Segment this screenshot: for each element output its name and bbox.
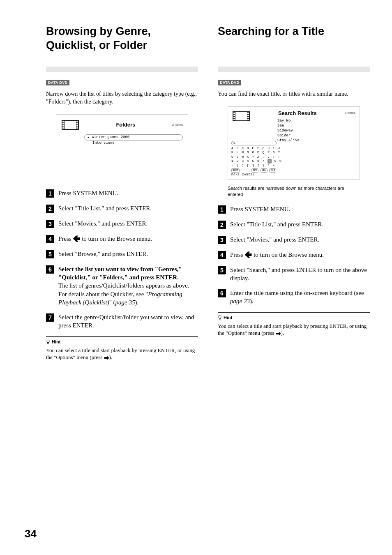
- step-1: 1 Press SYSTEM MENU.: [218, 205, 370, 214]
- step-text: Press 🡸 to turn on the Browse menu.: [230, 251, 370, 259]
- step-5: 5 Select "Search," and press ENTER to tu…: [218, 266, 370, 283]
- folders-count: 2 Items: [172, 123, 183, 127]
- step-number: 5: [218, 266, 226, 274]
- step-3: 3 Select "Movies," and press ENTER.: [46, 219, 198, 228]
- svg-rect-7: [76, 121, 78, 122]
- svg-rect-12: [48, 342, 49, 343]
- step-number: 4: [46, 235, 54, 243]
- kb-shift: SHFT: [231, 168, 240, 173]
- svg-line-30: [218, 315, 219, 316]
- kb-space: SPC: [251, 168, 258, 173]
- hint-separator: [218, 312, 370, 313]
- folder-row-selected: ◂ winter games 2006: [84, 134, 183, 140]
- step-text: Select "Title List," and press ENTER.: [58, 204, 198, 213]
- step-number: 5: [46, 250, 54, 258]
- step-2: 2 Select "Title List," and press ENTER.: [46, 204, 198, 213]
- step-number: 3: [46, 220, 54, 228]
- step-text: Enter the title name using the on-screen…: [230, 289, 370, 306]
- svg-rect-3: [62, 121, 64, 122]
- step-text: Select "Title List," and press ENTER.: [230, 220, 370, 229]
- step-text: Press 🡸 to turn on the Browse menu.: [58, 235, 198, 243]
- step-number: 4: [218, 251, 226, 259]
- step-2: 2 Select "Title List," and press ENTER.: [218, 220, 370, 229]
- folder-row: Interviews: [84, 140, 183, 145]
- section-title-left: Browsing by Genre, Quicklist, or Folder: [46, 25, 198, 62]
- film-icon: [61, 119, 79, 131]
- svg-line-14: [46, 340, 47, 340]
- search-results-count: 5 Items: [345, 110, 355, 115]
- step-5: 5 Select "Browse," and press ENTER.: [46, 250, 198, 258]
- svg-rect-10: [76, 127, 78, 129]
- data-dvd-badge: DATA DVD: [46, 80, 69, 85]
- svg-rect-24: [247, 115, 249, 116]
- step-text: Select "Browse," and press ENTER.: [58, 250, 198, 258]
- search-screenshot: Search Results 5 Items Say No Sea Sidewa…: [228, 106, 360, 180]
- bulb-icon: [46, 339, 50, 344]
- search-results-title: Search Results: [254, 110, 341, 116]
- svg-rect-28: [219, 318, 221, 319]
- svg-rect-21: [233, 117, 235, 118]
- step-text: Press SYSTEM MENU.: [58, 189, 198, 198]
- step-3: 3 Select "Movies," and press ENTER.: [218, 235, 370, 244]
- right-column: Searching for a Title DATA DVD You can f…: [218, 25, 370, 361]
- svg-rect-20: [233, 115, 235, 116]
- speaker-icon: ◂: [87, 135, 89, 140]
- bulb-icon: [218, 315, 222, 320]
- intro-text: Narrow down the list of titles by select…: [46, 90, 198, 106]
- hint-text: You can select a title and start playbac…: [218, 322, 370, 337]
- kb-clr: CLR: [269, 168, 276, 173]
- left-column: Browsing by Genre, Quicklist, or Folder …: [46, 25, 198, 361]
- step-7: 7 Select the genre/Quicklist/folder you …: [46, 313, 198, 330]
- folders-screenshot: Folders 2 Items ◂ winter games 2006 Inte…: [56, 114, 188, 183]
- highlighted-key: 8: [267, 159, 272, 163]
- folder-row-label: Interviews: [92, 141, 115, 145]
- step-number: 2: [46, 205, 54, 213]
- film-icon: [232, 110, 250, 122]
- data-dvd-badge: DATA DVD: [218, 80, 241, 85]
- hint-text: You can select a title and start playbac…: [46, 347, 198, 361]
- svg-rect-8: [76, 123, 78, 124]
- step-text: Select the genre/Quicklist/folder you wa…: [58, 313, 198, 330]
- svg-rect-23: [247, 113, 249, 114]
- svg-rect-6: [62, 127, 64, 129]
- result-item: Spider: [277, 133, 300, 138]
- step-6: 6 Enter the title name using the on-scre…: [218, 289, 370, 306]
- step-number: 2: [218, 221, 226, 229]
- svg-rect-9: [76, 125, 78, 127]
- step-6: 6 Select the list you want to view from …: [46, 265, 198, 306]
- svg-rect-26: [247, 119, 249, 120]
- divider: [218, 67, 370, 72]
- intro-text: You can find the exact title, or titles …: [218, 90, 370, 98]
- step-text: Select "Movies," and press ENTER.: [58, 219, 198, 228]
- svg-point-11: [47, 340, 49, 342]
- step-number: 3: [218, 236, 226, 244]
- page-number: 34: [25, 527, 37, 540]
- folders-title: Folders: [83, 122, 169, 128]
- folder-row-label: winter games 2006: [92, 135, 129, 139]
- step-text: Select "Search," and press ENTER to turn…: [230, 266, 370, 283]
- svg-rect-19: [233, 113, 235, 114]
- svg-line-15: [49, 340, 50, 340]
- step-4: 4 Press 🡸 to turn on the Browse menu.: [218, 251, 370, 259]
- step-text: Press SYSTEM MENU.: [230, 205, 370, 214]
- svg-point-27: [219, 315, 221, 318]
- result-item: Say No: [277, 118, 300, 123]
- step-text: Select the list you want to view from "G…: [58, 265, 198, 306]
- svg-rect-4: [62, 123, 64, 124]
- hint-label: Hint: [218, 315, 232, 320]
- kb-del: DEL: [261, 168, 267, 173]
- search-results-list: Say No Sea Sideway Spider Stay Alive: [277, 118, 300, 143]
- svg-line-31: [221, 315, 221, 316]
- step-4: 4 Press 🡸 to turn on the Browse menu.: [46, 235, 198, 243]
- divider: [46, 67, 198, 72]
- step-text: Select "Movies," and press ENTER.: [230, 235, 370, 244]
- result-item: Sea: [277, 123, 300, 128]
- section-title-right: Searching for a Title: [218, 25, 370, 62]
- step-number: 6: [218, 289, 226, 297]
- result-item: Stay Alive: [277, 138, 300, 143]
- step-1: 1 Press SYSTEM MENU.: [46, 189, 198, 198]
- step-number: 6: [46, 265, 54, 274]
- screenshot-caption: Search results are narrowed down as more…: [228, 185, 360, 198]
- step-number: 1: [46, 189, 54, 198]
- hint-label: Hint: [46, 339, 60, 344]
